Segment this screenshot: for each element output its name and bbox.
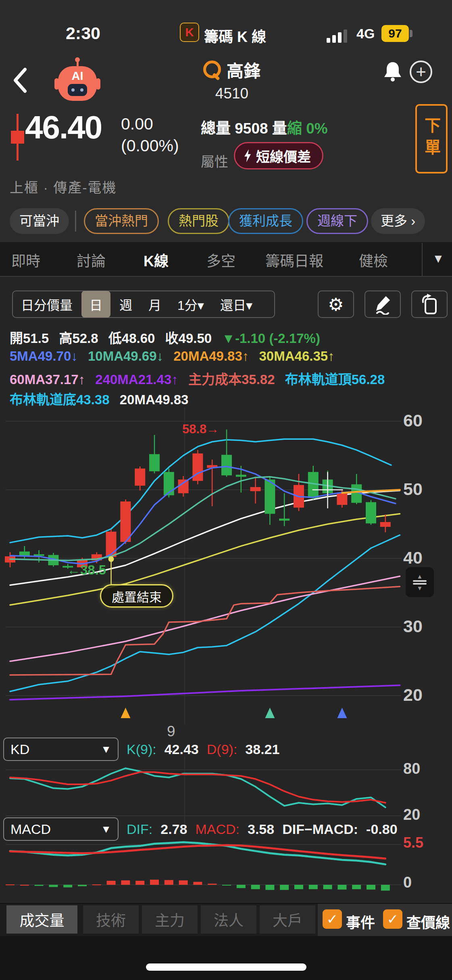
segment-month[interactable]: 月 [140,295,169,313]
chevron-down-icon: ▼ [101,743,111,756]
macd-selector-label: MACD [10,821,51,837]
macd-label: MACD: [195,821,240,837]
kd-axis-80: 80 [403,760,448,777]
tab-health-check[interactable]: 健檢 [359,249,388,270]
macd-selector-dropdown[interactable]: MACD ▼ [3,817,119,841]
segment-day-volume[interactable]: 日分價量 [13,295,81,313]
bottom-tab-main-force[interactable]: 主力 [142,905,198,934]
d-value: 38.21 [245,742,279,757]
stock-app-screen: 2:30 K 籌碼 K 線 4G 97 AI 高鋒 4510 + 46.40 [0,0,452,980]
segment-1min[interactable]: 1分▾ [169,295,212,313]
k-value: 42.43 [165,742,199,757]
tag-daytrade-hot[interactable]: 當沖熱門 [84,208,159,234]
main-cost-value: 主力成本35.82 [188,372,275,387]
attribute-label: 屬性 [201,151,228,171]
nav-divider [422,243,423,276]
lightning-icon [243,149,252,163]
tag-weekly-down[interactable]: 週線下 [306,208,368,234]
segment-day[interactable]: 日 [81,291,110,318]
volume-text: 總量 9508 量 [201,120,287,137]
attribute-tag[interactable]: 短線價差 [234,142,323,169]
bottom-tab-volume[interactable]: 成交量 [6,905,77,934]
app-icon: K [180,23,199,42]
rotate-phone-icon [419,293,440,315]
segment-week[interactable]: 週 [111,295,140,313]
low-price-annotation: ←38.5 [67,562,106,578]
home-indicator[interactable] [146,963,306,971]
tag-divider [75,211,76,232]
robot-ai-label: AI [57,69,98,83]
tab-realtime[interactable]: 即時 [11,249,40,270]
tab-kline[interactable]: K線 [144,249,169,270]
ma-info-line-3: 布林軌道底43.38 20MA49.83 [10,389,195,408]
priceline-checkbox-label[interactable]: 查價線 [406,911,450,932]
volume-line: 總量 9508 量縮 0% [201,116,328,138]
ohlc-info-line: 開51.5 高52.8 低48.60 收49.50 ▼-1.10 (-2.17%… [10,328,327,347]
macd-axis-zero: 0 [403,874,448,891]
segment-restore-day[interactable]: 還日▾ [212,295,260,313]
price-change: 0.00 [121,115,153,134]
x-axis-month-label: 9 [167,723,175,740]
k-label: K(9): [127,742,156,757]
back-icon[interactable] [11,67,29,94]
tag-more-button[interactable]: 更多 › [371,208,425,234]
volume-shrink-pct: 0% [302,120,328,137]
ma5-value: 5MA49.70↓ [10,349,78,364]
chevron-down-icon[interactable]: ▼ [432,252,444,265]
bottom-tab-institutional[interactable]: 法人 [201,905,256,934]
high-price-annotation: 58.8→ [182,422,219,437]
dif-label: DIF: [127,821,152,837]
macd-chart[interactable] [0,838,452,908]
tag-hot-stock[interactable]: 熱門股 [168,208,229,234]
pane-resize-handle[interactable]: ▲▼ [406,567,434,597]
stock-title-block[interactable]: 高鋒 4510 [173,57,290,102]
event-label[interactable]: 處置結束 [100,584,173,608]
signal-strength-icon [327,28,355,43]
status-app-title: 籌碼 K 線 [204,25,266,46]
bottom-tab-major-holders[interactable]: 大戶 [260,905,315,934]
period-segmented-control[interactable]: 日分價量 日 週 月 1分▾ 還日▾ [12,290,275,318]
ma60-value: 60MA37.17↑ [10,372,85,387]
gear-icon: ⚙ [328,294,344,315]
market-sector: 上櫃 · 傳產-電機 [10,177,117,196]
current-price: 46.40 [25,109,102,146]
tab-discussion[interactable]: 討論 [77,249,106,270]
dif-macd-label: DIF−MACD: [282,821,358,837]
tag-day-tradable[interactable]: 可當沖 [10,208,69,234]
ai-assistant-icon[interactable]: AI [57,57,98,103]
add-watchlist-icon[interactable]: + [410,61,432,83]
candle-glyph-icon [10,114,25,161]
robot-face [68,84,87,96]
tag-profit-growth[interactable]: 獲利成長 [228,208,303,234]
ma20-white-value: 20MA49.83 [120,392,189,407]
macd-axis-top: 5.5 [403,834,448,851]
macd-value: 3.58 [248,821,274,837]
priceline-checkbox[interactable]: ✓ [383,909,402,929]
pencil-icon [373,294,392,315]
stock-code: 4510 [215,85,248,102]
battery-cap-icon [410,30,412,37]
settings-button[interactable]: ⚙ [318,290,354,318]
tab-chip-daily[interactable]: 籌碼日報 [265,249,323,270]
tab-long-short[interactable]: 多空 [206,249,235,270]
draw-button[interactable] [365,290,401,318]
notification-bell-icon[interactable] [382,61,403,83]
chevron-down-icon: ▼ [101,823,111,836]
stock-name: 高鋒 [227,57,260,82]
kd-chart[interactable] [0,756,452,825]
price-axis-40: 40 [403,548,448,568]
ma-info-line-1: 5MA49.70↓ 10MA49.69↓ 20MA49.83↑ 30MA46.3… [10,349,341,364]
day-change: ▼-1.10 (-2.17%) [222,331,320,346]
price-change-pct: (0.00%) [121,136,179,155]
search-icon[interactable] [203,60,221,80]
battery-indicator: 97 [381,25,409,42]
bollinger-top-value: 布林軌道頂56.28 [285,372,385,387]
bottom-tab-technical[interactable]: 技術 [83,905,139,934]
event-checkbox[interactable]: ✓ [323,909,342,929]
place-order-button[interactable]: 下單 [415,104,448,173]
kd-axis-20: 20 [403,806,448,823]
event-checkbox-label[interactable]: 事件 [346,911,375,932]
kd-selector-label: KD [10,742,29,757]
attribute-tag-label: 短線價差 [256,146,311,166]
rotate-screen-button[interactable] [411,290,448,318]
